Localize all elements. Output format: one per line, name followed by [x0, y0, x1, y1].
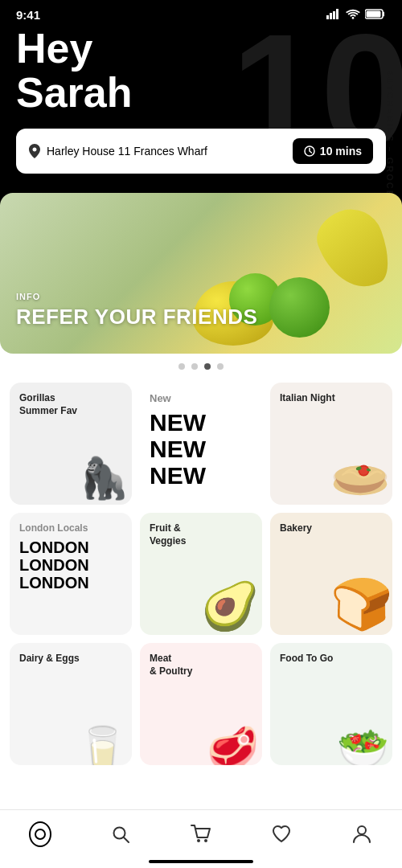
apple-1-decoration: [269, 277, 330, 338]
delivery-time-badge: 10 mins: [293, 138, 373, 164]
status-time: 9:41: [16, 8, 40, 22]
greeting-text: HeySarah: [16, 27, 386, 114]
category-new-sublabel: New: [150, 392, 252, 406]
search-icon: [109, 823, 132, 845]
location-info: Harley House 11 Frances Wharf: [29, 144, 207, 158]
carousel-dots: [0, 363, 402, 370]
dot-1[interactable]: [178, 363, 185, 370]
nav-profile[interactable]: [338, 820, 386, 849]
banner-content: INFO REFER YOUR FRIENDS: [16, 292, 257, 330]
category-fruit-veggies[interactable]: Fruit &Veggies 🥑: [140, 513, 262, 635]
category-dairy-eggs[interactable]: Dairy & Eggs 🥛: [10, 643, 132, 765]
banner-title: REFER YOUR FRIENDS: [16, 305, 257, 330]
category-london-sublabel: London Locals: [19, 522, 122, 535]
category-italian-night[interactable]: Italian Night: [270, 383, 392, 505]
home-indicator: [149, 860, 253, 863]
heart-icon: [270, 823, 293, 845]
avocado-emoji: 🥑: [201, 579, 259, 633]
location-bar[interactable]: Harley House 11 Frances Wharf 10 mins: [16, 129, 386, 174]
category-dairy-label: Dairy & Eggs: [19, 653, 122, 665]
home-icon: [29, 823, 51, 845]
gorilla-emoji: 🦍: [79, 455, 129, 502]
dot-4[interactable]: [217, 363, 224, 370]
dot-3[interactable]: [204, 363, 211, 370]
bread-emoji: 🍞: [330, 575, 392, 633]
nav-favorites[interactable]: [257, 820, 306, 849]
category-meat-poultry[interactable]: Meat& Poultry 🥩: [140, 643, 262, 765]
clock-icon: [304, 145, 315, 157]
nav-search[interactable]: [96, 820, 145, 849]
dot-2[interactable]: [191, 363, 198, 370]
hero-section: 10 BUTCHERIES – GROCERIES HeySarah Harle…: [0, 27, 402, 190]
scroll-area: INFO REFER YOUR FRIENDS GorillasSummer F…: [0, 193, 402, 829]
category-gorilla-summer[interactable]: GorillasSummer Fav 🦍: [10, 383, 132, 505]
category-grid: GorillasSummer Fav 🦍 New NEWNEWNEW Itali…: [0, 383, 402, 765]
meat-emoji: 🥩: [207, 724, 259, 765]
location-pin-icon: [29, 144, 40, 158]
category-food-to-go[interactable]: Food To Go 🥗: [270, 643, 392, 765]
salad-emoji: 🥗: [337, 724, 389, 765]
cart-icon: [190, 823, 212, 845]
pasta-bowl-icon: [328, 445, 392, 502]
nav-cart[interactable]: [177, 820, 225, 849]
category-bakery[interactable]: Bakery 🍞: [270, 513, 392, 635]
category-bakery-label: Bakery: [280, 522, 383, 535]
category-new-bigtext: NEWNEWNEW: [150, 409, 252, 489]
location-address: Harley House 11 Frances Wharf: [47, 145, 207, 158]
category-london-bigtext: LONDONLONDONLONDON: [19, 538, 122, 592]
promo-banner[interactable]: INFO REFER YOUR FRIENDS: [0, 193, 402, 354]
category-new[interactable]: New NEWNEWNEW: [140, 383, 262, 505]
svg-point-18: [204, 839, 207, 842]
category-food-label: Food To Go: [280, 653, 383, 665]
delivery-time-text: 10 mins: [320, 145, 362, 158]
profile-icon: [351, 823, 373, 845]
banana-decoration: [310, 201, 397, 298]
nav-home[interactable]: [16, 820, 64, 849]
svg-line-16: [124, 837, 129, 842]
svg-point-19: [358, 826, 366, 834]
category-london-locals[interactable]: London Locals LONDONLONDONLONDON: [10, 513, 132, 635]
category-italian-label: Italian Night: [280, 392, 383, 405]
banner-info-label: INFO: [16, 292, 257, 301]
svg-point-17: [197, 839, 200, 842]
category-meat-label: Meat& Poultry: [150, 653, 252, 678]
category-gorilla-label: GorillasSummer Fav: [19, 392, 122, 417]
category-fruit-label: Fruit &Veggies: [150, 522, 252, 547]
egg-emoji: 🥛: [76, 724, 129, 765]
